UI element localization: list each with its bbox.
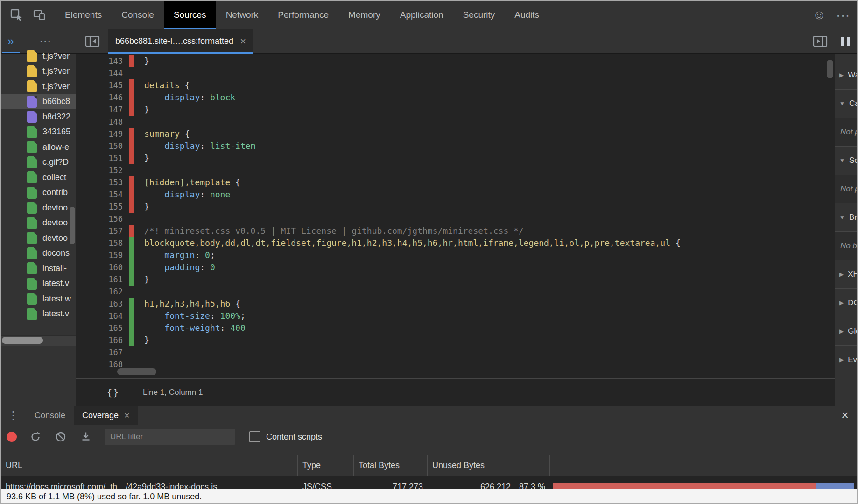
file-item[interactable]: t.js?ver [1,64,76,79]
code-text[interactable] [134,116,144,128]
navigator-horizontal-scrollbar[interactable] [1,335,76,346]
hide-navigator-icon[interactable] [84,35,100,48]
url-filter-input[interactable] [105,429,235,445]
line-number[interactable]: 150 [76,140,129,152]
line-number[interactable]: 167 [76,346,129,358]
code-text[interactable]: h1,h2,h3,h4,h5,h6 { [134,298,240,310]
debugger-section-header[interactable]: ▶XHR/fetch Breakpoints [835,260,857,289]
editor-file-tab[interactable]: b66bc881.site-l….css:formatted × [108,29,253,53]
code-text[interactable]: } [134,55,149,67]
file-item[interactable]: collect [1,170,76,185]
code-text[interactable]: } [134,152,149,164]
column-header-unused-bytes[interactable]: Unused Bytes [428,455,550,476]
inspect-icon[interactable] [8,7,24,23]
code-text[interactable]: } [134,334,149,346]
file-item[interactable]: c.gif?D [1,155,76,170]
code-text[interactable]: font-size: 100%; [134,310,246,322]
file-item[interactable]: 343165 [1,125,76,140]
line-number[interactable]: 161 [76,273,129,286]
file-item[interactable]: allow-e [1,140,76,155]
tab-application[interactable]: Application [390,1,453,29]
file-item[interactable]: b66bc8 [1,94,76,110]
tab-sources[interactable]: Sources [164,1,216,29]
debugger-section-header[interactable]: ▶Watch [835,61,857,90]
code-text[interactable]: details { [134,79,190,91]
line-number[interactable]: 145 [76,79,129,91]
editor-horizontal-scrollbar[interactable] [117,368,156,375]
debugger-section-header[interactable]: ▶Global Listeners [835,317,857,346]
device-toolbar-icon[interactable] [32,7,48,23]
code-text[interactable]: font-weight: 400 [134,322,246,334]
file-item[interactable]: devtoo [1,200,76,216]
line-number[interactable]: 147 [76,104,129,116]
pause-script-button[interactable] [841,37,850,46]
line-number[interactable]: 148 [76,116,129,128]
tab-security[interactable]: Security [453,1,505,29]
line-number[interactable]: 154 [76,189,129,201]
code-text[interactable]: display: list-item [134,140,255,152]
tab-elements[interactable]: Elements [55,1,112,29]
line-number[interactable]: 143 [76,55,129,67]
table-row[interactable]: https://docs.microsoft.com/_th…/42a9dd33… [1,476,857,489]
content-scripts-checkbox[interactable] [249,431,260,442]
file-item[interactable]: latest.v [1,276,76,292]
code-text[interactable]: /*! minireset.css v0.0.5 | MIT License |… [134,225,524,237]
debugger-section-header[interactable]: ▼Call Stack [835,90,857,118]
close-icon[interactable]: × [124,411,130,420]
line-number[interactable]: 155 [76,201,129,213]
line-number[interactable]: 156 [76,213,129,225]
code-text[interactable] [134,67,144,79]
file-item[interactable]: devtoo [1,231,76,246]
code-text[interactable]: summary { [134,128,190,140]
column-header-total-bytes[interactable]: Total Bytes [354,455,428,476]
code-text[interactable]: margin: 0; [134,249,215,261]
file-item[interactable]: docons [1,246,76,261]
line-number[interactable]: 165 [76,322,129,334]
code-text[interactable]: } [134,201,149,213]
tab-performance[interactable]: Performance [268,1,338,29]
drawer-tab-console[interactable]: Console [26,406,74,425]
drawer-menu-icon[interactable]: ⋮ [7,409,18,422]
line-number[interactable]: 160 [76,261,129,273]
debugger-section-header[interactable]: ▼Breakpoints [835,203,857,232]
line-number[interactable]: 163 [76,298,129,310]
file-item[interactable]: install- [1,261,76,276]
line-number[interactable]: 149 [76,128,129,140]
line-number[interactable]: 157 [76,225,129,237]
line-number[interactable]: 146 [76,91,129,104]
file-item[interactable]: t.js?ver [1,79,76,94]
line-number[interactable]: 144 [76,67,129,79]
code-text[interactable]: [hidden],template { [134,176,240,189]
file-item[interactable]: b8d322 [1,109,76,125]
close-icon[interactable]: × [240,36,246,47]
code-text[interactable]: padding: 0 [134,261,215,273]
clear-icon[interactable] [54,430,67,443]
file-item[interactable]: t.js?ver [1,49,76,64]
debugger-section-header[interactable]: ▶Event Listener Breakpoints [835,346,857,374]
record-coverage-button[interactable] [7,432,17,442]
debugger-section-header[interactable]: ▼Scope [835,147,857,175]
line-number[interactable]: 153 [76,176,129,189]
code-text[interactable]: } [134,273,149,286]
show-right-pane-icon[interactable] [812,35,828,48]
code-text[interactable]: display: block [134,91,235,104]
scrollbar-thumb[interactable] [2,337,43,344]
line-number[interactable]: 158 [76,237,129,249]
export-icon[interactable] [79,430,92,443]
tab-audits[interactable]: Audits [505,1,549,29]
file-item[interactable]: contrib [1,185,76,201]
code-text[interactable]: display: none [134,189,230,201]
line-number[interactable]: 162 [76,286,129,298]
file-item[interactable]: latest.v [1,307,76,322]
pretty-print-button[interactable]: {} [107,387,120,398]
debugger-section-header[interactable]: ▶DOM Breakpoints [835,289,857,317]
code-text[interactable] [134,164,144,176]
tab-console[interactable]: Console [112,1,164,29]
line-number[interactable]: 159 [76,249,129,261]
tab-network[interactable]: Network [216,1,268,29]
feedback-smiley-icon[interactable]: ☺ [812,7,826,22]
reload-icon[interactable] [29,430,42,443]
code-text[interactable] [134,213,144,225]
code-text[interactable] [134,346,144,358]
navigator-vertical-scrollbar[interactable] [70,207,75,244]
